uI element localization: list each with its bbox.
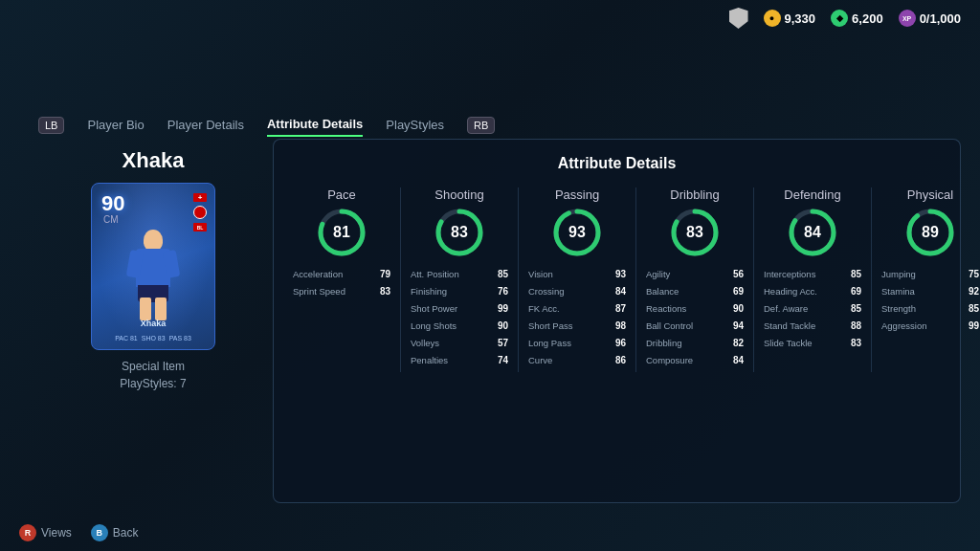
- stat-row: Curve 86: [528, 355, 626, 365]
- stat-row: Sprint Speed 83: [293, 286, 390, 297]
- stat-label: Vision: [528, 269, 597, 279]
- card-rating: 90: [101, 191, 124, 216]
- tab-player-details[interactable]: Player Details: [167, 114, 244, 136]
- stat-row: Shot Power 99: [411, 303, 508, 314]
- stat-row: Dribbling 82: [646, 338, 744, 348]
- stat-row: Short Pass 98: [528, 320, 626, 331]
- xp-icon: XP: [899, 10, 916, 27]
- stat-row: Long Pass 96: [528, 338, 626, 348]
- attr-column-dribbling: Dribbling 83 Agility 56 Balance: [636, 187, 754, 372]
- stat-row: Ball Control 94: [646, 320, 744, 331]
- gauge-value-physical: 89: [922, 224, 939, 241]
- gauge-shooting: 83: [433, 206, 486, 259]
- column-title-defending: Defending: [764, 187, 861, 202]
- gauge-value-dribbling: 83: [686, 224, 703, 241]
- stat-value: 56: [724, 269, 744, 279]
- back-btn[interactable]: B Back: [91, 524, 139, 541]
- stat-label: Stand Tackle: [764, 320, 833, 331]
- stat-row: Att. Position 85: [411, 269, 508, 279]
- coins-currency: ● 9,330: [764, 10, 816, 27]
- shield-currency: [729, 8, 748, 29]
- stat-row: Balance 69: [646, 286, 744, 297]
- xp-currency: XP 0/1,000: [899, 10, 961, 27]
- bottom-bar: R Views B Back: [19, 524, 138, 541]
- stat-label: Jumping: [881, 269, 950, 279]
- stat-value: 85: [489, 269, 508, 279]
- stat-label: Crossing: [528, 286, 597, 297]
- column-header-pace: Pace 81: [293, 187, 390, 259]
- stat-value: 92: [960, 286, 979, 297]
- stat-label: FK Acc.: [528, 303, 597, 314]
- gauge-value-pace: 81: [333, 224, 350, 241]
- views-btn[interactable]: R Views: [19, 524, 72, 541]
- club-badge: [193, 206, 207, 219]
- column-title-dribbling: Dribbling: [646, 187, 744, 202]
- stat-row: Jumping 75: [881, 269, 979, 279]
- attr-panel-title: Attribute Details: [293, 155, 941, 172]
- item-type: Special Item: [122, 360, 185, 373]
- tab-player-bio[interactable]: Player Bio: [87, 114, 144, 136]
- stat-label: Finishing: [411, 286, 479, 297]
- gauge-value-passing: 93: [568, 224, 586, 241]
- column-title-physical: Physical: [881, 187, 979, 202]
- stat-row: Crossing 84: [528, 286, 626, 297]
- stat-value: 90: [724, 303, 744, 314]
- stat-row: Slide Tackle 83: [764, 338, 861, 348]
- stat-row: Composure 84: [646, 355, 744, 365]
- stat-value: 99: [489, 303, 508, 314]
- column-header-passing: Passing 93: [528, 187, 626, 259]
- gauge-value-defending: 84: [804, 224, 821, 241]
- card-player-name: Xhaka: [141, 319, 167, 328]
- attr-column-passing: Passing 93 Vision 93 Crossing: [519, 187, 636, 372]
- stat-label: Shot Power: [411, 303, 479, 314]
- stat-label: Slide Tackle: [764, 338, 833, 348]
- column-title-shooting: Shooting: [411, 187, 508, 202]
- rb-button[interactable]: RB: [467, 117, 495, 134]
- stat-row: Interceptions 85: [764, 269, 861, 279]
- attr-column-defending: Defending 84 Interceptions 85 Heading Ac…: [754, 187, 872, 372]
- stat-label: Def. Aware: [764, 303, 833, 314]
- stat-row: Def. Aware 85: [764, 303, 861, 314]
- stat-label: Volleys: [411, 338, 479, 348]
- stat-label: Dribbling: [646, 338, 715, 348]
- xp-value: 0/1,000: [920, 11, 961, 26]
- playstyles-count: PlayStyles: 7: [120, 377, 186, 390]
- stat-row: Agility 56: [646, 269, 744, 279]
- coins-value: 9,330: [785, 11, 816, 26]
- gauge-defending: 84: [786, 206, 839, 259]
- shield-icon: [729, 8, 748, 29]
- attr-column-shooting: Shooting 83 Att. Position 85 Finishing: [401, 187, 519, 372]
- flag-swiss: +: [193, 193, 207, 202]
- stat-label: Composure: [646, 355, 715, 365]
- stat-value: 85: [842, 303, 861, 314]
- stat-value: 83: [371, 286, 390, 297]
- stat-label: Heading Acc.: [764, 286, 833, 297]
- stat-value: 83: [842, 338, 861, 348]
- tab-playstyles[interactable]: PlayStyles: [386, 114, 444, 136]
- stat-value: 94: [724, 320, 744, 331]
- lb-button[interactable]: LB: [38, 117, 64, 134]
- gauge-passing: 93: [550, 206, 604, 259]
- gauge-value-shooting: 83: [451, 224, 468, 241]
- stat-value: 74: [489, 355, 508, 365]
- stat-label: Curve: [528, 355, 597, 365]
- stat-label: Reactions: [646, 303, 715, 314]
- stat-value: 84: [607, 286, 626, 297]
- stat-row: Aggression 99: [881, 320, 979, 331]
- tab-attribute-details[interactable]: Attribute Details: [267, 113, 363, 137]
- stat-value: 69: [724, 286, 744, 297]
- stat-label: Short Pass: [528, 320, 597, 331]
- stat-label: Penalties: [411, 355, 479, 365]
- stat-value: 88: [842, 320, 861, 331]
- attr-column-physical: Physical 89 Jumping 75 Stamina: [872, 187, 979, 372]
- player-card: 90 CM + BL Xhaka: [91, 183, 215, 350]
- views-label: Views: [41, 526, 72, 540]
- b-badge: B: [91, 524, 108, 541]
- stat-label: Long Pass: [528, 338, 597, 348]
- stat-row: Strength 85: [881, 303, 979, 314]
- stat-value: 57: [489, 338, 508, 348]
- stat-label: Aggression: [881, 320, 950, 331]
- stat-row: Penalties 74: [411, 355, 508, 365]
- card-stats: PAC 81SHO 83PAS 83: [115, 335, 191, 342]
- stat-label: Acceleration: [293, 269, 362, 279]
